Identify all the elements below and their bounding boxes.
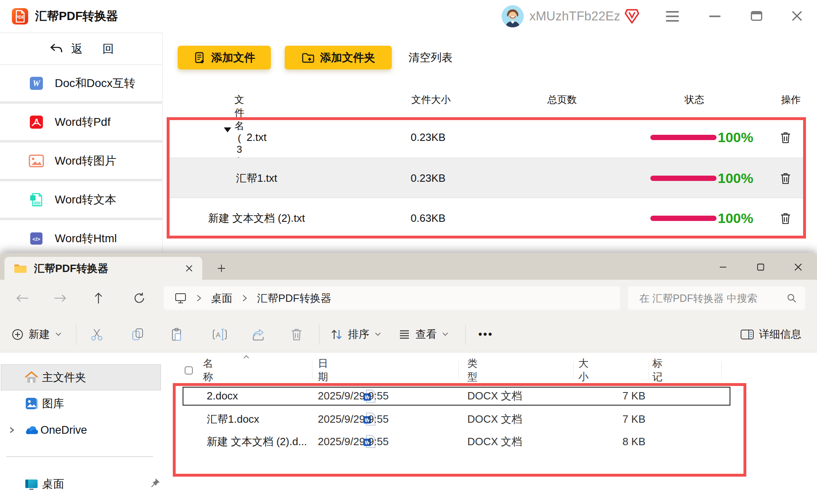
nav-refresh-icon[interactable]: [131, 290, 147, 306]
image-file-icon: [29, 153, 44, 169]
sidebar-item-gallery[interactable]: 图库: [0, 392, 161, 415]
column-resize-handle[interactable]: [573, 361, 574, 379]
add-folder-button[interactable]: 添加文件夹: [285, 46, 392, 69]
gallery-icon: [25, 397, 38, 410]
delete-icon: [290, 328, 303, 341]
sort-button[interactable]: 排序: [330, 317, 381, 352]
details-pane-icon: [740, 328, 754, 341]
column-tags[interactable]: 标记: [652, 361, 663, 379]
file-size: 7 KB: [584, 410, 645, 428]
user-avatar[interactable]: [502, 5, 524, 27]
desktop-icon: [25, 477, 38, 491]
this-pc-icon[interactable]: [174, 292, 187, 304]
delete-file-button[interactable]: [776, 158, 795, 198]
column-size[interactable]: 大小: [578, 361, 589, 379]
details-pane-button[interactable]: 详细信息: [740, 317, 801, 352]
more-icon: •••: [478, 328, 493, 341]
chevron-down-icon: [375, 332, 381, 336]
menu-icon[interactable]: [666, 11, 679, 22]
explorer-window: 汇帮PDF转换器: [0, 253, 817, 504]
file-name: 新建 文本文档 (2).d...: [207, 433, 307, 451]
column-date[interactable]: 日期: [318, 361, 328, 379]
clear-list-button[interactable]: 清空列表: [408, 46, 453, 69]
search-box[interactable]: [628, 286, 805, 310]
column-pages: 总页数: [521, 93, 603, 106]
delete-button[interactable]: [290, 317, 303, 352]
sidebar-item-label: Word转图片: [55, 153, 116, 169]
file-size: 0.23KB: [371, 158, 485, 198]
file-row[interactable]: W 新建 文本文档 (2).d... 2025/9/29 9:55 DOCX 文…: [173, 433, 745, 451]
file-row[interactable]: 2.txt 0.23KB 100%: [167, 117, 806, 158]
minimize-button[interactable]: [709, 16, 721, 17]
breadcrumb-current[interactable]: 汇帮PDF转换器: [257, 291, 331, 306]
app-title: 汇帮PDF转换器: [35, 0, 118, 33]
sidebar-item-word-pdf[interactable]: Word转Pdf: [0, 104, 162, 143]
file-size: 8 KB: [584, 433, 645, 451]
sidebar-item-desktop[interactable]: 桌面: [0, 473, 161, 495]
nav-up-icon[interactable]: [90, 290, 107, 306]
nav-back-icon[interactable]: [14, 290, 31, 306]
rename-icon: A: [212, 328, 227, 341]
close-button[interactable]: [791, 10, 803, 22]
file-row[interactable]: W 汇帮1.docx 2025/9/29 9:55 DOCX 文档 7 KB: [173, 410, 745, 428]
text-file-icon: [29, 192, 44, 207]
sidebar-item-doc-docx[interactable]: W Doc和Docx互转: [0, 65, 162, 104]
add-file-button[interactable]: 添加文件: [178, 46, 271, 69]
new-tab-button[interactable]: [215, 262, 228, 275]
nav-forward-icon[interactable]: [52, 290, 68, 306]
new-button[interactable]: 新建: [11, 317, 61, 352]
paste-button[interactable]: [170, 317, 184, 352]
breadcrumb-desktop[interactable]: 桌面: [211, 291, 232, 306]
search-icon[interactable]: [786, 293, 797, 303]
explorer-tab[interactable]: 汇帮PDF转换器: [4, 257, 202, 280]
file-row[interactable]: W 2.docx 2025/9/29 9:55 DOCX 文档 7 KB: [173, 387, 745, 405]
file-name: 新建 文本文档 (2).txt: [167, 198, 346, 239]
search-input[interactable]: [638, 292, 786, 305]
sidebar-label: 主文件夹: [42, 370, 86, 385]
explorer-close-button[interactable]: [791, 260, 805, 274]
copy-button[interactable]: [131, 317, 145, 352]
svg-text:A: A: [216, 331, 221, 339]
sidebar-item-partial[interactable]: [0, 500, 161, 504]
details-label: 详细信息: [759, 327, 801, 341]
sidebar-item-word-text[interactable]: Word转文本: [0, 181, 162, 220]
view-icon: [398, 328, 411, 341]
maximize-button[interactable]: [751, 11, 762, 21]
copy-icon: [131, 328, 145, 341]
file-row[interactable]: 新建 文本文档 (2).txt 0.63KB 100%: [167, 198, 806, 239]
rename-button[interactable]: A: [212, 317, 227, 352]
sidebar-item-home[interactable]: 主文件夹: [0, 366, 161, 389]
explorer-maximize-button[interactable]: [754, 260, 768, 274]
view-label: 查看: [415, 327, 437, 341]
column-resize-handle[interactable]: [649, 361, 649, 379]
converter-file-list: 2.txt 0.23KB 100% 汇帮1.txt 0.23KB 100%: [167, 117, 806, 239]
chevron-down-icon: [442, 332, 448, 336]
sidebar-item-word-image[interactable]: Word转图片: [0, 143, 162, 181]
sidebar-item-onedrive[interactable]: OneDrive: [0, 419, 161, 442]
select-all-checkbox[interactable]: [185, 366, 193, 375]
tab-close-icon[interactable]: [185, 264, 193, 272]
delete-file-button[interactable]: [776, 198, 795, 239]
back-button[interactable]: 返 回: [0, 33, 162, 65]
breadcrumb[interactable]: 桌面 汇帮PDF转换器: [164, 286, 620, 310]
column-resize-handle[interactable]: [721, 361, 722, 379]
chevron-expand-icon[interactable]: [9, 426, 17, 434]
share-button[interactable]: [251, 317, 265, 352]
column-resize-handle[interactable]: [312, 361, 313, 379]
column-filesize: 文件大小: [390, 93, 472, 106]
file-name: 汇帮1.docx: [207, 410, 259, 428]
file-row[interactable]: 汇帮1.txt 0.23KB 100%: [167, 158, 806, 198]
explorer-toolbar: 新建: [0, 317, 817, 352]
column-name[interactable]: 名称: [203, 361, 213, 379]
column-resize-handle[interactable]: [458, 361, 459, 379]
explorer-minimize-button[interactable]: [716, 260, 730, 274]
chevron-down-icon: [56, 332, 61, 336]
more-options-button[interactable]: •••: [478, 317, 493, 352]
username[interactable]: xMUzhTFb22Ez: [529, 0, 620, 33]
column-type[interactable]: 类型: [467, 361, 478, 379]
view-button[interactable]: 查看: [398, 317, 448, 352]
delete-file-button[interactable]: [776, 117, 795, 158]
vip-badge-icon[interactable]: [624, 8, 640, 25]
cut-button[interactable]: [90, 317, 104, 352]
column-status: 状态: [654, 93, 735, 106]
